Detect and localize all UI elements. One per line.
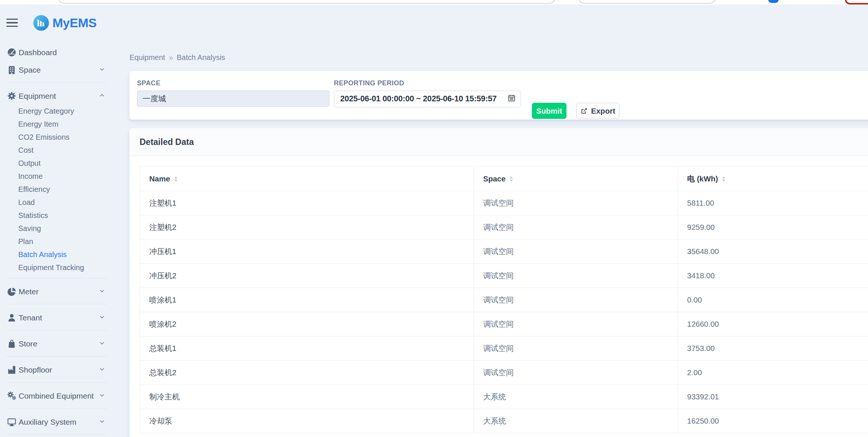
sidebar-header: MyEMS (0, 4, 111, 41)
sidebar-item-meter[interactable]: Meter (0, 283, 111, 300)
sidebar-divider (6, 278, 107, 278)
cell-electricity: 12660.00 (678, 312, 868, 336)
sidebar-item-equipment[interactable]: Equipment (0, 87, 111, 105)
table-row: 冲压机2调试空间3418.00 (140, 264, 868, 288)
sidebar-divider (6, 82, 107, 83)
cell-electricity: 3753.00 (678, 336, 868, 361)
cell-name: 冷却泵 (140, 409, 474, 433)
sidebar-nav: DashboardSpaceEquipmentEnergy CategoryEn… (0, 44, 111, 435)
sidebar-divider (6, 356, 107, 357)
sidebar-item-shopfloor[interactable]: Shopfloor (0, 361, 111, 379)
cell-space: 大系统 (474, 385, 678, 409)
cell-electricity: 5811.00 (678, 191, 868, 215)
app-screen: MyEMS DashboardSpaceEquipmentEnergy Cate… (0, 0, 868, 437)
sidebar-item-output[interactable]: Output (0, 157, 111, 170)
sort-icon[interactable] (718, 174, 726, 183)
cell-space: 调试空间 (474, 191, 678, 215)
table-row: 冷却泵大系统16250.00 (140, 409, 868, 433)
reporting-period-value: 2025-06-01 00:00:00 ~ 2025-06-10 15:59:5… (340, 94, 497, 104)
reporting-period-label: REPORTING PERIOD (334, 79, 521, 87)
table-row: 注塑机2调试空间9259.00 (140, 215, 868, 240)
sidebar-item-dashboard[interactable]: Dashboard (0, 44, 111, 61)
submit-button[interactable]: Submit (532, 103, 567, 119)
sidebar-item-space[interactable]: Space (0, 61, 111, 79)
gauge-icon (7, 47, 17, 57)
sidebar-item-efficiency[interactable]: Efficiency (0, 183, 111, 196)
reporting-period-input[interactable]: 2025-06-01 00:00:00 ~ 2025-06-10 15:59:5… (334, 91, 521, 107)
browser-secondary-bar[interactable] (578, 0, 716, 4)
shopping-bag-icon (7, 339, 17, 349)
cell-electricity: 9259.00 (678, 215, 868, 240)
sidebar-item-co2-emissions[interactable]: CO2 Emissions (0, 131, 111, 144)
table-row: 喷涂机1调试空间0.00 (140, 288, 868, 312)
sidebar-item-label: Space (19, 66, 41, 75)
sidebar-item-statistics[interactable]: Statistics (0, 209, 111, 222)
browser-address-bar[interactable] (58, 0, 556, 4)
space-input[interactable]: 一度城 (137, 91, 329, 107)
sidebar-item-auxiliary-system[interactable]: Auxiliary System (0, 413, 111, 431)
browser-record-indicator-icon (845, 0, 868, 4)
sidebar-item-label: Meter (19, 287, 39, 296)
detailed-data-header: Detailed Data (130, 128, 868, 156)
sidebar-divider (6, 382, 107, 383)
sidebar-item-tenant[interactable]: Tenant (0, 309, 111, 326)
cell-name: 总装机1 (140, 336, 474, 361)
filter-panel: SPACE 一度城 REPORTING PERIOD 2025-06-01 00… (130, 71, 868, 120)
sidebar-item-income[interactable]: Income (0, 170, 111, 183)
sidebar-item-energy-category[interactable]: Energy Category (0, 105, 111, 118)
sort-icon[interactable] (505, 174, 514, 183)
monitor-icon (7, 417, 17, 427)
breadcrumb-equipment[interactable]: Equipment (130, 53, 165, 61)
column-header-name[interactable]: Name (140, 167, 474, 191)
cell-electricity: 2.00 (678, 361, 868, 385)
sidebar-item-label: Equipment (19, 92, 56, 101)
breadcrumb-separator: » (169, 53, 173, 61)
sidebar-item-saving[interactable]: Saving (0, 222, 111, 235)
sidebar-item-label: Tenant (19, 313, 42, 322)
sidebar-item-store[interactable]: Store (0, 335, 111, 352)
external-link-icon (580, 107, 588, 115)
sidebar-item-combined-equipment[interactable]: Combined Equipment (0, 387, 111, 405)
cell-space: 调试空间 (474, 361, 678, 385)
cell-name: 制冷主机 (140, 385, 474, 409)
sidebar-item-label: Combined Equipment (19, 392, 94, 400)
sort-icon[interactable] (170, 174, 178, 183)
calendar-icon[interactable] (507, 94, 516, 104)
sidebar: MyEMS DashboardSpaceEquipmentEnergy Cate… (0, 4, 111, 437)
cell-name: 冲压机1 (140, 240, 474, 264)
cell-space: 调试空间 (474, 312, 678, 336)
sidebar-item-equipment-tracking[interactable]: Equipment Tracking (0, 261, 111, 274)
cell-space: 调试空间 (474, 336, 678, 361)
column-header-electricity[interactable]: 电 (kWh) (678, 167, 868, 191)
sidebar-item-cost[interactable]: Cost (0, 144, 111, 157)
brand-logo[interactable]: MyEMS (33, 15, 96, 31)
space-value: 一度城 (143, 94, 166, 104)
cell-electricity: 35648.00 (678, 240, 868, 264)
sidebar-item-batch-analysis[interactable]: Batch Analysis (0, 248, 111, 261)
gears-icon (7, 391, 17, 401)
column-label: Space (483, 174, 505, 183)
detailed-data-table: NameSpace电 (kWh) 注塑机1调试空间5811.00注塑机2调试空间… (140, 166, 868, 433)
sidebar-divider (6, 330, 107, 330)
sidebar-item-plan[interactable]: Plan (0, 235, 111, 248)
pie-chart-icon (7, 286, 17, 297)
cell-name: 总装机2 (140, 361, 474, 385)
cell-space: 调试空间 (474, 264, 678, 288)
cell-electricity: 0.00 (678, 288, 868, 312)
space-field-block: SPACE 一度城 (137, 79, 329, 120)
hamburger-menu-icon[interactable] (6, 19, 18, 27)
table-row: 喷涂机2调试空间12660.00 (140, 312, 868, 336)
detailed-data-card: Detailed Data NameSpace电 (kWh) 注塑机1调试空间5… (130, 128, 868, 437)
cell-electricity: 16250.00 (678, 409, 868, 433)
chevron-down-icon (99, 418, 105, 427)
table-row: 总装机2调试空间2.00 (140, 361, 868, 385)
sidebar-divider (6, 408, 107, 409)
chevron-up-icon (99, 92, 105, 101)
main-content: Equipment»Batch Analysis SPACE 一度城 REPOR… (130, 4, 868, 437)
chevron-down-icon (99, 66, 105, 75)
browser-extension-icon[interactable] (768, 0, 779, 3)
sidebar-item-energy-item[interactable]: Energy Item (0, 118, 111, 131)
column-header-space[interactable]: Space (474, 167, 678, 191)
export-button[interactable]: Export (576, 103, 619, 119)
sidebar-item-load[interactable]: Load (0, 196, 111, 209)
